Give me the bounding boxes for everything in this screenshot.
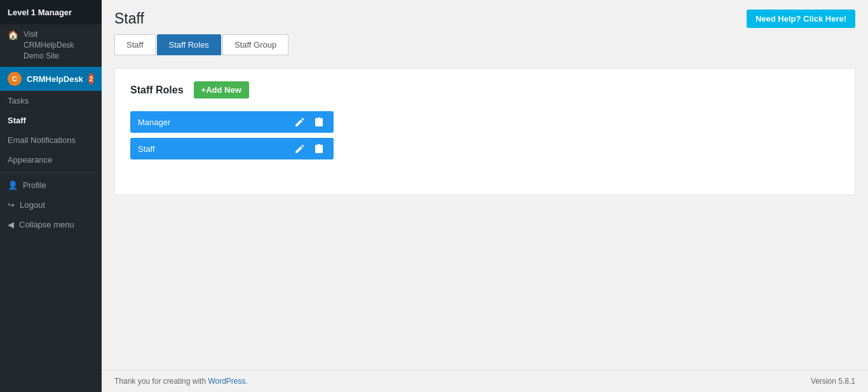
sidebar-item-staff[interactable]: Staff [0,111,102,130]
role-actions-staff [293,143,326,154]
sidebar-header: Level 1 Manager [0,0,102,24]
footer-text: Thank you for creating with WordPress. [114,377,248,386]
sidebar-title: Level 1 Manager [8,8,72,17]
edit-icon [295,118,304,126]
sidebar-item-profile[interactable]: 👤 Profile [0,175,102,195]
main-scrollable-content: Staff Staff Roles Staff Group Staff Role… [102,34,868,370]
card-header: Staff Roles +Add New [130,81,839,98]
role-item-manager: Manager [130,111,334,133]
sidebar-visit-label: Visit CRMHelpDesk Demo Site [24,29,74,61]
sidebar-divider [0,172,102,173]
edit-icon [295,144,304,153]
home-icon: 🏠 [8,30,18,40]
version-text: Version 5.8.1 [811,377,855,386]
staff-roles-card: Staff Roles +Add New Manager [114,68,855,195]
sidebar-item-logout[interactable]: ↪ Logout [0,195,102,215]
tab-staff[interactable]: Staff [114,34,156,55]
role-actions-manager [293,116,326,128]
help-button[interactable]: Need Help? Click Here! [747,10,855,28]
main-header: Staff Need Help? Click Here! [102,0,868,34]
card-title: Staff Roles [130,84,184,96]
sidebar-visit-site[interactable]: 🏠 Visit CRMHelpDesk Demo Site [0,24,102,67]
footer: Thank you for creating with WordPress. V… [102,370,868,392]
sidebar-item-email-notifications[interactable]: Email Notifications [0,130,102,150]
crm-notification-badge: 2 [88,73,94,84]
crm-label: CRMHelpDesk [27,74,83,84]
person-icon: 👤 [8,180,18,190]
delete-manager-button[interactable] [312,116,326,128]
sidebar-nav: Tasks Staff Email Notifications Appearan… [0,91,102,170]
tab-staff-group[interactable]: Staff Group [222,34,288,55]
trash-icon [315,144,323,153]
sidebar-item-tasks[interactable]: Tasks [0,91,102,111]
edit-manager-button[interactable] [293,116,307,128]
trash-icon [315,118,323,126]
page-title: Staff [114,10,144,27]
tab-staff-roles[interactable]: Staff Roles [157,34,221,55]
collapse-label: Collapse menu [19,220,74,229]
role-label-staff: Staff [138,144,155,154]
main-content: Staff Need Help? Click Here! Staff Staff… [102,0,868,392]
edit-staff-button[interactable] [293,143,307,154]
tabs-bar: Staff Staff Roles Staff Group [114,34,855,55]
add-new-button[interactable]: +Add New [194,81,249,98]
delete-staff-button[interactable] [312,143,326,154]
wordpress-link[interactable]: WordPress [208,377,245,386]
sidebar-item-collapse[interactable]: ◀ Collapse menu [0,215,102,234]
profile-label: Profile [23,180,46,190]
sidebar-crm-section[interactable]: C CRMHelpDesk 2 [0,67,102,91]
logout-label: Logout [20,200,45,210]
crm-avatar: C [8,72,22,86]
collapse-icon: ◀ [8,220,14,229]
logout-icon: ↪ [8,200,15,210]
sidebar-item-appearance[interactable]: Appearance [0,150,102,170]
role-label-manager: Manager [138,118,170,127]
roles-list: Manager [130,111,839,159]
role-item-staff: Staff [130,138,334,159]
sidebar: Level 1 Manager 🏠 Visit CRMHelpDesk Demo… [0,0,102,392]
